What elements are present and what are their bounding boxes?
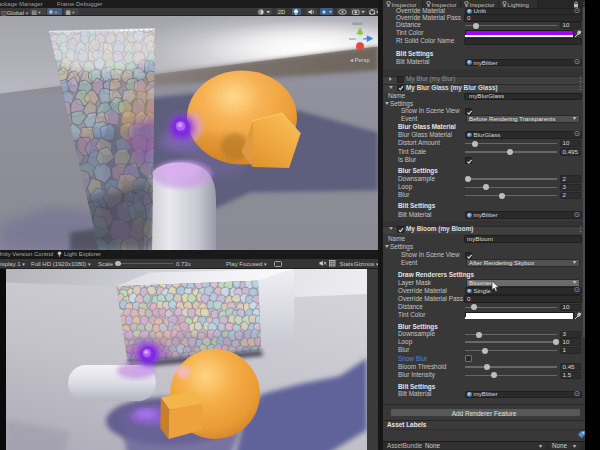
svg-text:◂ Persp: ◂ Persp [350,56,370,62]
